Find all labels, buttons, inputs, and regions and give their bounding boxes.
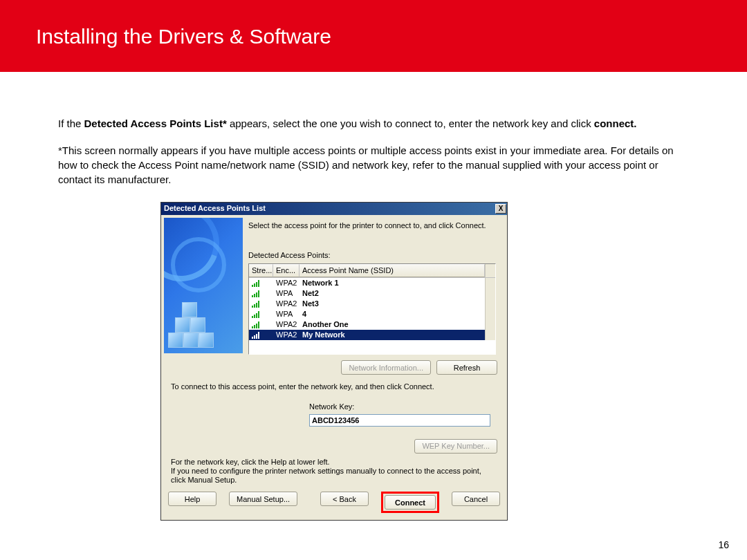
list-item[interactable]: WPA2My Network [249, 330, 485, 340]
note-paragraph: *This screen normally appears if you hav… [58, 143, 689, 187]
wizard-side-image [164, 218, 243, 353]
list-item[interactable]: WPA2Network 1 [249, 278, 485, 288]
row-ssid: Net2 [299, 288, 485, 299]
network-info-button[interactable]: Network Information... [341, 360, 431, 375]
signal-icon [249, 332, 273, 339]
page-title: Installing the Drivers & Software [36, 25, 711, 48]
key-section: To connect to this access point, enter t… [161, 380, 507, 436]
manual-setup-button[interactable]: Manual Setup... [229, 492, 297, 506]
page-number: 16 [718, 539, 729, 550]
scrollbar[interactable] [485, 278, 495, 340]
key-instruction: To connect to this access point, enter t… [171, 382, 497, 392]
col-ssid[interactable]: Access Point Name (SSID) [299, 264, 485, 277]
row-encryption: WPA2 [273, 330, 299, 340]
dialog-titlebar: Detected Access Points List X [161, 203, 507, 215]
list-item[interactable]: WPA2Net3 [249, 299, 485, 309]
help-button[interactable]: Help [168, 492, 216, 506]
access-points-list[interactable]: Stre... Enc... Access Point Name (SSID) … [248, 263, 496, 355]
list-panel: Select the access point for the printer … [246, 215, 507, 356]
dialog-title: Detected Access Points List [164, 203, 266, 214]
signal-icon [249, 301, 273, 308]
instruction-text: Select the access point for the printer … [248, 221, 501, 231]
close-icon[interactable]: X [495, 204, 506, 214]
row-ssid: Another One [299, 319, 485, 330]
row-encryption: WPA2 [273, 319, 299, 330]
signal-icon [249, 280, 273, 287]
connect-highlight: Connect [381, 492, 439, 513]
list-item[interactable]: WPANet2 [249, 288, 485, 299]
row-encryption: WPA [273, 309, 299, 319]
list-item[interactable]: WPA4 [249, 309, 485, 319]
bottom-button-row: Help Manual Setup... < Back Connect Canc… [161, 485, 507, 520]
list-item[interactable]: WPA2Another One [249, 319, 485, 330]
list-label: Detected Access Points: [248, 250, 501, 261]
cancel-button[interactable]: Cancel [452, 492, 500, 506]
body-content: If the Detected Access Points List* appe… [0, 72, 747, 521]
intro-bold-1: Detected Access Points List* [84, 118, 227, 129]
page-header: Installing the Drivers & Software [0, 0, 747, 72]
row-ssid: Network 1 [299, 278, 485, 288]
row-encryption: WPA2 [273, 278, 299, 288]
signal-icon [249, 311, 273, 318]
scroll-header-stub [485, 264, 495, 277]
refresh-button[interactable]: Refresh [436, 360, 497, 375]
back-button[interactable]: < Back [320, 492, 369, 506]
list-body: WPA2Network 1WPANet2WPA2Net3WPA4WPA2Anot… [249, 278, 485, 340]
list-button-row: Network Information... Refresh [161, 356, 507, 380]
key-label: Network Key: [171, 402, 497, 412]
intro-prefix: If the [58, 118, 84, 129]
footer-note: For the network key, click the Help at l… [161, 458, 507, 485]
row-ssid: Net3 [299, 299, 485, 309]
row-encryption: WPA2 [273, 299, 299, 309]
intro-mid: appears, select the one you wish to conn… [227, 118, 594, 129]
network-key-input[interactable] [309, 414, 490, 427]
dialog-body: Select the access point for the printer … [161, 215, 507, 520]
intro-paragraph: If the Detected Access Points List* appe… [58, 116, 689, 131]
signal-icon [249, 290, 273, 297]
signal-icon [249, 321, 273, 328]
wep-row: WEP Key Number... [161, 436, 507, 458]
wep-key-button[interactable]: WEP Key Number... [414, 439, 497, 454]
dialog-top-section: Select the access point for the printer … [161, 215, 507, 356]
connect-button[interactable]: Connect [385, 495, 436, 510]
list-empty-space [249, 340, 495, 354]
row-ssid: My Network [299, 330, 485, 340]
col-strength[interactable]: Stre... [249, 264, 273, 277]
intro-bold-2: connect. [594, 118, 637, 129]
list-header: Stre... Enc... Access Point Name (SSID) [249, 264, 495, 278]
row-encryption: WPA [273, 288, 299, 299]
col-encryption[interactable]: Enc... [273, 264, 299, 277]
row-ssid: 4 [299, 309, 485, 319]
access-points-dialog: Detected Access Points List X Select the… [160, 202, 508, 521]
